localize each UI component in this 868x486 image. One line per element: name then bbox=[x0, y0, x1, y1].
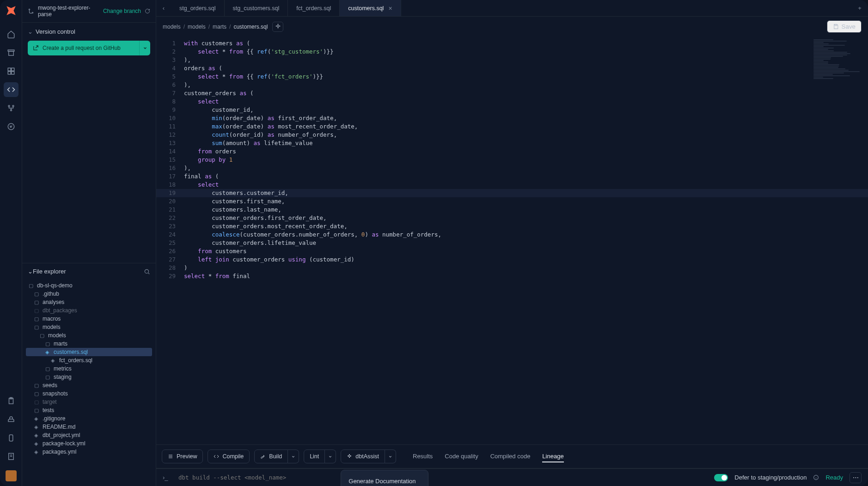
breadcrumb-segment[interactable]: customers.sql bbox=[233, 24, 268, 30]
folder-item[interactable]: ▢macros bbox=[22, 315, 156, 323]
code-line[interactable]: 13 sum(amount) as lifetime_value bbox=[156, 139, 868, 147]
folder-item[interactable]: ▢analyses bbox=[22, 298, 156, 306]
code-line[interactable]: 18 select bbox=[156, 181, 868, 189]
editor-tab[interactable]: fct_orders.sql bbox=[288, 0, 340, 16]
lint-dropdown[interactable] bbox=[325, 450, 336, 463]
new-tab-button[interactable]: + bbox=[851, 5, 868, 12]
lint-button[interactable]: Lint bbox=[304, 450, 325, 463]
code-line[interactable]: 17final as ( bbox=[156, 172, 868, 181]
command-input[interactable] bbox=[178, 474, 708, 481]
dbt-assist-button[interactable]: dbtAssist bbox=[341, 450, 385, 463]
folder-item[interactable]: ▢tests bbox=[22, 406, 156, 414]
info-icon[interactable] bbox=[813, 474, 819, 480]
code-line[interactable]: 23 customer_orders.most_recent_order_dat… bbox=[156, 222, 868, 231]
folder-item[interactable]: ▢db-sl-qs-demo bbox=[22, 281, 156, 290]
discover-icon[interactable] bbox=[4, 119, 18, 134]
code-line[interactable]: 26 from customers bbox=[156, 247, 868, 255]
change-branch-link[interactable]: Change branch bbox=[103, 8, 141, 14]
build-button[interactable]: Build bbox=[254, 450, 288, 463]
code-line[interactable]: 28) bbox=[156, 264, 868, 272]
save-button[interactable]: Save bbox=[827, 20, 862, 33]
code-line[interactable]: 11 max(order_date) as most_recent_order_… bbox=[156, 122, 868, 131]
docs-icon[interactable] bbox=[4, 449, 18, 464]
file-item[interactable]: ◈package-lock.yml bbox=[22, 439, 156, 448]
editor-tab[interactable]: stg_orders.sql bbox=[171, 0, 225, 16]
code-line[interactable]: 9 customer_id, bbox=[156, 106, 868, 114]
branch-icon[interactable] bbox=[4, 101, 18, 115]
code-line[interactable]: 2 select * from {{ ref('stg_customers')}… bbox=[156, 48, 868, 56]
file-item[interactable]: ◈README.md bbox=[22, 423, 156, 431]
code-line[interactable]: 3), bbox=[156, 56, 868, 64]
version-control-header[interactable]: ⌄ Version control bbox=[22, 23, 156, 41]
code-line[interactable]: 20 customers.first_name, bbox=[156, 197, 868, 206]
file-item[interactable]: ◈fct_orders.sql bbox=[22, 356, 156, 364]
code-line[interactable]: 4orders as ( bbox=[156, 64, 868, 73]
support-icon[interactable] bbox=[4, 412, 18, 427]
code-line[interactable]: 14 from orders bbox=[156, 147, 868, 156]
bottom-tab[interactable]: Lineage bbox=[542, 451, 563, 462]
assist-menu-item[interactable]: Generate Documentation bbox=[341, 473, 428, 486]
editor-tab[interactable]: stg_customers.sql bbox=[225, 0, 288, 16]
file-item[interactable]: ◈packages.yml bbox=[22, 448, 156, 456]
search-icon[interactable] bbox=[144, 268, 150, 275]
preview-button[interactable]: Preview bbox=[162, 450, 203, 463]
code-line[interactable]: 5 select * from {{ ref('fct_orders')}} bbox=[156, 73, 868, 81]
minimap[interactable] bbox=[813, 39, 864, 72]
code-line[interactable]: 29select * from final bbox=[156, 272, 868, 280]
file-item[interactable]: ◈.gitignore bbox=[22, 414, 156, 423]
code-line[interactable]: 27 left join customer_orders using (cust… bbox=[156, 255, 868, 264]
file-item[interactable]: ◈dbt_project.yml bbox=[22, 431, 156, 439]
folder-item[interactable]: ▢snapshots bbox=[22, 389, 156, 398]
tab-history-back[interactable]: ‹ bbox=[156, 0, 171, 16]
build-dropdown[interactable] bbox=[288, 450, 299, 463]
code-line[interactable]: 22 customer_orders.first_order_date, bbox=[156, 214, 868, 222]
clipboard-icon[interactable] bbox=[4, 394, 18, 408]
folder-item[interactable]: ▢target bbox=[22, 398, 156, 406]
user-avatar[interactable] bbox=[6, 470, 17, 481]
code-line[interactable]: 25 customer_orders.lifetime_value bbox=[156, 239, 868, 247]
code-line[interactable]: 16), bbox=[156, 164, 868, 172]
breadcrumb-segment[interactable]: models bbox=[163, 24, 181, 30]
folder-item[interactable]: ▢seeds bbox=[22, 381, 156, 389]
code-line[interactable]: 8 select bbox=[156, 97, 868, 106]
mobile-icon[interactable] bbox=[4, 431, 18, 445]
code-line[interactable]: 15 group by 1 bbox=[156, 156, 868, 164]
breadcrumb-segment[interactable]: models bbox=[188, 24, 206, 30]
develop-icon[interactable] bbox=[4, 82, 18, 97]
folder-item[interactable]: ▢metrics bbox=[22, 364, 156, 373]
breadcrumb-segment[interactable]: marts bbox=[213, 24, 226, 30]
folder-item[interactable]: ▢.github bbox=[22, 290, 156, 298]
folder-item[interactable]: ▢models bbox=[22, 331, 156, 340]
folder-item[interactable]: ▢dbt_packages bbox=[22, 306, 156, 315]
code-line[interactable]: 6), bbox=[156, 81, 868, 89]
code-line[interactable]: 12 count(order_id) as number_of_orders, bbox=[156, 131, 868, 139]
bottom-tab[interactable]: Compiled code bbox=[490, 451, 531, 462]
code-line[interactable]: 1with customers as ( bbox=[156, 39, 868, 48]
home-icon[interactable] bbox=[4, 27, 18, 42]
file-explorer-header[interactable]: ⌄ File explorer bbox=[22, 263, 156, 279]
close-tab-icon[interactable]: × bbox=[388, 5, 392, 12]
more-button[interactable]: ⋯ bbox=[850, 472, 862, 483]
archive-icon[interactable] bbox=[4, 45, 18, 60]
editor-tab[interactable]: customers.sql× bbox=[340, 0, 401, 16]
code-line[interactable]: 10 min(order_date) as first_order_date, bbox=[156, 114, 868, 122]
bottom-tab[interactable]: Results bbox=[413, 451, 433, 462]
refresh-icon[interactable] bbox=[145, 8, 150, 14]
folder-item[interactable]: ▢marts bbox=[22, 340, 156, 348]
bottom-tab[interactable]: Code quality bbox=[445, 451, 478, 462]
compile-button[interactable]: Compile bbox=[208, 450, 250, 463]
ai-crumb-button[interactable] bbox=[272, 22, 283, 32]
folder-item[interactable]: ▢models bbox=[22, 323, 156, 331]
create-pr-dropdown[interactable] bbox=[139, 41, 150, 55]
code-line[interactable]: 21 customers.last_name, bbox=[156, 206, 868, 214]
grid-icon[interactable] bbox=[4, 64, 18, 79]
folder-item[interactable]: ▢staging bbox=[22, 373, 156, 381]
assist-dropdown[interactable] bbox=[385, 450, 396, 463]
create-pr-button[interactable]: Create a pull request on GitHub bbox=[28, 41, 139, 55]
code-line[interactable]: 7customer_orders as ( bbox=[156, 89, 868, 97]
code-editor[interactable]: 1with customers as (2 select * from {{ r… bbox=[156, 36, 868, 444]
code-line[interactable]: 19 customers.customer_id, bbox=[156, 189, 868, 197]
code-line[interactable]: 24 coalesce(customer_orders.number_of_or… bbox=[156, 231, 868, 239]
defer-toggle[interactable] bbox=[714, 474, 728, 481]
file-item[interactable]: ◈customers.sql bbox=[26, 348, 152, 356]
